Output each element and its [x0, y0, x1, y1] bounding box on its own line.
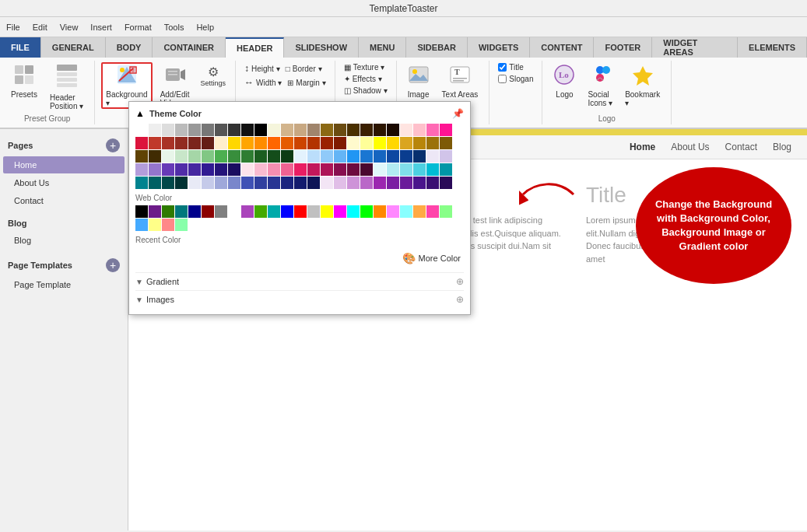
color-swatch[interactable] — [228, 163, 240, 176]
color-swatch[interactable] — [268, 124, 280, 136]
color-swatch[interactable] — [360, 137, 373, 149]
color-swatch[interactable] — [281, 150, 293, 163]
color-swatch[interactable] — [268, 137, 280, 149]
menu-help[interactable]: Help — [190, 21, 220, 33]
color-swatch[interactable] — [426, 177, 439, 189]
slogan-checkbox[interactable] — [498, 75, 507, 83]
color-swatch[interactable] — [426, 137, 439, 149]
web-color-swatch[interactable] — [307, 205, 320, 218]
web-color-swatch[interactable] — [162, 219, 174, 231]
color-swatch[interactable] — [162, 137, 174, 149]
color-swatch[interactable] — [215, 137, 227, 149]
sidebar-item-about[interactable]: About Us — [3, 174, 125, 191]
color-swatch[interactable] — [374, 163, 386, 176]
tab-file[interactable]: FILE — [0, 37, 41, 58]
web-color-swatch[interactable] — [268, 205, 280, 218]
color-swatch[interactable] — [188, 163, 201, 176]
color-swatch[interactable] — [175, 163, 188, 176]
color-swatch[interactable] — [321, 124, 333, 136]
web-color-swatch[interactable] — [135, 219, 148, 231]
color-swatch[interactable] — [215, 150, 227, 163]
color-swatch[interactable] — [400, 137, 412, 149]
color-swatch[interactable] — [162, 163, 174, 176]
color-swatch[interactable] — [149, 150, 161, 163]
web-color-swatch[interactable] — [387, 205, 399, 218]
web-color-swatch[interactable] — [241, 205, 254, 218]
color-swatch[interactable] — [294, 150, 307, 163]
web-color-swatch[interactable] — [254, 205, 267, 218]
color-swatch[interactable] — [215, 177, 227, 189]
add-page-button[interactable]: + — [106, 138, 120, 152]
color-swatch[interactable] — [268, 163, 280, 176]
color-swatch[interactable] — [347, 124, 360, 136]
color-swatch[interactable] — [387, 124, 399, 136]
color-swatch[interactable] — [215, 163, 227, 176]
color-swatch[interactable] — [202, 163, 214, 176]
title-checkbox[interactable] — [498, 63, 507, 72]
color-swatch[interactable] — [321, 137, 333, 149]
menu-view[interactable]: View — [54, 21, 85, 33]
color-swatch[interactable] — [334, 150, 346, 163]
color-swatch[interactable] — [334, 177, 346, 189]
tab-menu[interactable]: MENU — [359, 37, 406, 58]
color-swatch[interactable] — [149, 163, 161, 176]
color-swatch[interactable] — [294, 177, 307, 189]
tab-footer[interactable]: FOOTER — [594, 37, 652, 58]
gradient-chevron[interactable]: ▼ — [135, 278, 143, 286]
color-swatch[interactable] — [135, 137, 148, 149]
color-swatch[interactable] — [413, 177, 426, 189]
color-swatch[interactable] — [228, 150, 240, 163]
color-swatch[interactable] — [413, 150, 426, 163]
color-swatch[interactable] — [175, 124, 188, 136]
header-position-button[interactable]: HeaderPosition ▾ — [45, 62, 88, 112]
color-swatch[interactable] — [135, 163, 148, 176]
color-swatch[interactable] — [387, 177, 399, 189]
color-swatch[interactable] — [135, 150, 148, 163]
presets-button[interactable]: Presets — [6, 62, 42, 100]
color-swatch[interactable] — [254, 163, 267, 176]
panel-collapse-icon[interactable]: ▲ — [135, 108, 145, 119]
color-swatch[interactable] — [175, 137, 188, 149]
color-swatch[interactable] — [334, 163, 346, 176]
logo-button[interactable]: Lo Logo — [549, 62, 580, 100]
bookmark-button[interactable]: Bookmark▾ — [620, 62, 665, 109]
panel-pin-icon[interactable]: 📌 — [452, 108, 464, 119]
color-swatch[interactable] — [347, 177, 360, 189]
color-swatch[interactable] — [175, 150, 188, 163]
web-color-swatch[interactable] — [374, 205, 386, 218]
web-color-swatch[interactable] — [162, 205, 174, 218]
tab-content[interactable]: CONTENT — [530, 37, 594, 58]
color-swatch[interactable] — [413, 137, 426, 149]
color-swatch[interactable] — [294, 124, 307, 136]
color-swatch[interactable] — [228, 124, 240, 136]
preview-nav-home[interactable]: Home — [630, 142, 655, 152]
color-swatch[interactable] — [387, 163, 399, 176]
web-color-swatch[interactable] — [426, 205, 439, 218]
more-color-button[interactable]: 🎨 More Color — [399, 250, 464, 266]
preview-nav-about[interactable]: About Us — [671, 142, 709, 152]
effects-button[interactable]: ✦ Effects ▾ — [342, 74, 390, 84]
sidebar-item-page-template[interactable]: Page Template — [3, 276, 125, 293]
color-swatch[interactable] — [347, 163, 360, 176]
menu-file[interactable]: File — [0, 21, 26, 33]
color-swatch[interactable] — [307, 177, 320, 189]
image-button[interactable]: Image — [403, 62, 434, 100]
web-color-swatch[interactable] — [135, 205, 148, 218]
color-swatch[interactable] — [334, 137, 346, 149]
color-swatch[interactable] — [400, 124, 412, 136]
color-swatch[interactable] — [440, 150, 452, 163]
web-color-swatch[interactable] — [175, 205, 188, 218]
color-swatch[interactable] — [149, 137, 161, 149]
color-swatch[interactable] — [426, 150, 439, 163]
tab-general[interactable]: GENERAL — [41, 37, 106, 58]
color-swatch[interactable] — [307, 137, 320, 149]
web-color-swatch[interactable] — [347, 205, 360, 218]
color-swatch[interactable] — [321, 150, 333, 163]
tab-widgets[interactable]: WIDGETS — [468, 37, 530, 58]
color-swatch[interactable] — [215, 124, 227, 136]
color-swatch[interactable] — [162, 150, 174, 163]
menu-insert[interactable]: Insert — [84, 21, 118, 33]
color-swatch[interactable] — [374, 177, 386, 189]
color-swatch[interactable] — [347, 137, 360, 149]
menu-tools[interactable]: Tools — [158, 21, 191, 33]
